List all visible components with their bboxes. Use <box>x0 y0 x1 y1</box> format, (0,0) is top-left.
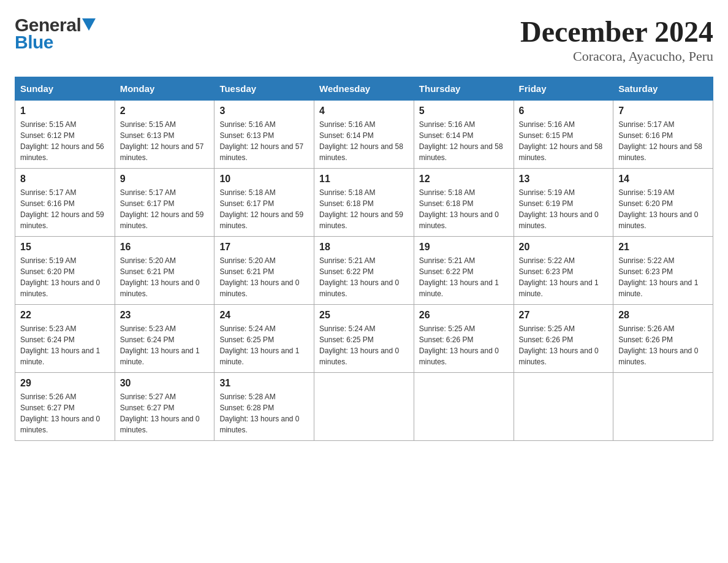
day-number: 24 <box>219 310 309 321</box>
day-info: Sunrise: 5:20 AMSunset: 6:21 PMDaylight:… <box>219 255 309 299</box>
day-info: Sunrise: 5:24 AMSunset: 6:25 PMDaylight:… <box>219 323 309 367</box>
day-number: 19 <box>419 242 509 253</box>
svg-marker-0 <box>82 18 96 31</box>
header-cell-tuesday: Tuesday <box>214 77 314 101</box>
day-number: 21 <box>618 242 708 253</box>
day-info: Sunrise: 5:16 AMSunset: 6:14 PMDaylight:… <box>319 119 409 163</box>
day-info: Sunrise: 5:18 AMSunset: 6:18 PMDaylight:… <box>419 187 509 231</box>
day-info: Sunrise: 5:18 AMSunset: 6:18 PMDaylight:… <box>319 187 409 231</box>
day-info: Sunrise: 5:27 AMSunset: 6:27 PMDaylight:… <box>120 391 210 435</box>
header-cell-monday: Monday <box>115 77 214 101</box>
day-info: Sunrise: 5:17 AMSunset: 6:17 PMDaylight:… <box>120 187 210 231</box>
day-info: Sunrise: 5:19 AMSunset: 6:20 PMDaylight:… <box>618 187 708 231</box>
calendar-cell: 20Sunrise: 5:22 AMSunset: 6:23 PMDayligh… <box>514 237 613 305</box>
day-info: Sunrise: 5:22 AMSunset: 6:23 PMDaylight:… <box>618 255 708 299</box>
day-info: Sunrise: 5:15 AMSunset: 6:12 PMDaylight:… <box>20 119 110 163</box>
logo-blue-text: Blue <box>15 32 53 53</box>
day-number: 2 <box>120 105 210 117</box>
calendar-cell: 23Sunrise: 5:23 AMSunset: 6:24 PMDayligh… <box>115 305 214 373</box>
calendar-cell: 17Sunrise: 5:20 AMSunset: 6:21 PMDayligh… <box>214 237 314 305</box>
calendar-cell <box>414 373 514 441</box>
logo-arrow-icon <box>82 18 96 31</box>
day-info: Sunrise: 5:25 AMSunset: 6:26 PMDaylight:… <box>419 323 509 367</box>
day-info: Sunrise: 5:16 AMSunset: 6:15 PMDaylight:… <box>519 119 609 163</box>
day-number: 22 <box>20 310 110 321</box>
calendar-cell: 10Sunrise: 5:18 AMSunset: 6:17 PMDayligh… <box>214 169 314 237</box>
day-number: 12 <box>419 174 509 185</box>
calendar-cell: 21Sunrise: 5:22 AMSunset: 6:23 PMDayligh… <box>613 237 713 305</box>
day-number: 9 <box>120 174 210 185</box>
day-info: Sunrise: 5:23 AMSunset: 6:24 PMDaylight:… <box>20 323 110 367</box>
calendar-table: SundayMondayTuesdayWednesdayThursdayFrid… <box>15 77 713 441</box>
calendar-cell: 25Sunrise: 5:24 AMSunset: 6:25 PMDayligh… <box>314 305 414 373</box>
header-cell-wednesday: Wednesday <box>314 77 414 101</box>
day-number: 15 <box>20 242 110 253</box>
day-number: 1 <box>20 105 110 117</box>
day-number: 6 <box>519 105 609 117</box>
calendar-cell: 27Sunrise: 5:25 AMSunset: 6:26 PMDayligh… <box>514 305 613 373</box>
title-section: December 2024 Coracora, Ayacucho, Peru <box>520 15 713 64</box>
day-number: 4 <box>319 105 409 117</box>
calendar-cell: 2Sunrise: 5:15 AMSunset: 6:13 PMDaylight… <box>115 101 214 169</box>
day-number: 26 <box>419 310 509 321</box>
calendar-cell: 9Sunrise: 5:17 AMSunset: 6:17 PMDaylight… <box>115 169 214 237</box>
day-number: 5 <box>419 105 509 117</box>
month-title: December 2024 <box>520 15 713 48</box>
day-number: 30 <box>120 378 210 389</box>
day-info: Sunrise: 5:19 AMSunset: 6:20 PMDaylight:… <box>20 255 110 299</box>
day-number: 20 <box>519 242 609 253</box>
day-number: 8 <box>20 174 110 185</box>
day-info: Sunrise: 5:28 AMSunset: 6:28 PMDaylight:… <box>219 391 309 435</box>
calendar-cell: 1Sunrise: 5:15 AMSunset: 6:12 PMDaylight… <box>15 101 115 169</box>
day-number: 13 <box>519 174 609 185</box>
calendar-cell: 12Sunrise: 5:18 AMSunset: 6:18 PMDayligh… <box>414 169 514 237</box>
logo: General Blue <box>15 15 96 53</box>
calendar-cell: 15Sunrise: 5:19 AMSunset: 6:20 PMDayligh… <box>15 237 115 305</box>
calendar-cell: 6Sunrise: 5:16 AMSunset: 6:15 PMDaylight… <box>514 101 613 169</box>
day-info: Sunrise: 5:15 AMSunset: 6:13 PMDaylight:… <box>120 119 210 163</box>
calendar-cell: 16Sunrise: 5:20 AMSunset: 6:21 PMDayligh… <box>115 237 214 305</box>
day-info: Sunrise: 5:21 AMSunset: 6:22 PMDaylight:… <box>419 255 509 299</box>
day-number: 3 <box>219 105 309 117</box>
day-info: Sunrise: 5:25 AMSunset: 6:26 PMDaylight:… <box>519 323 609 367</box>
calendar-cell: 8Sunrise: 5:17 AMSunset: 6:16 PMDaylight… <box>15 169 115 237</box>
calendar-cell: 31Sunrise: 5:28 AMSunset: 6:28 PMDayligh… <box>214 373 314 441</box>
calendar-cell: 3Sunrise: 5:16 AMSunset: 6:13 PMDaylight… <box>214 101 314 169</box>
header-cell-friday: Friday <box>514 77 613 101</box>
day-info: Sunrise: 5:17 AMSunset: 6:16 PMDaylight:… <box>618 119 708 163</box>
day-info: Sunrise: 5:19 AMSunset: 6:19 PMDaylight:… <box>519 187 609 231</box>
day-info: Sunrise: 5:20 AMSunset: 6:21 PMDaylight:… <box>120 255 210 299</box>
day-number: 14 <box>618 174 708 185</box>
header-cell-saturday: Saturday <box>613 77 713 101</box>
location-subtitle: Coracora, Ayacucho, Peru <box>520 48 713 64</box>
header-cell-sunday: Sunday <box>15 77 115 101</box>
calendar-cell: 4Sunrise: 5:16 AMSunset: 6:14 PMDaylight… <box>314 101 414 169</box>
day-number: 17 <box>219 242 309 253</box>
day-info: Sunrise: 5:26 AMSunset: 6:27 PMDaylight:… <box>20 391 110 435</box>
day-number: 16 <box>120 242 210 253</box>
day-number: 10 <box>219 174 309 185</box>
page-header: General Blue December 2024 Coracora, Aya… <box>15 15 713 64</box>
header-cell-thursday: Thursday <box>414 77 514 101</box>
day-number: 27 <box>519 310 609 321</box>
calendar-cell: 18Sunrise: 5:21 AMSunset: 6:22 PMDayligh… <box>314 237 414 305</box>
calendar-cell <box>514 373 613 441</box>
calendar-cell: 24Sunrise: 5:24 AMSunset: 6:25 PMDayligh… <box>214 305 314 373</box>
calendar-cell: 26Sunrise: 5:25 AMSunset: 6:26 PMDayligh… <box>414 305 514 373</box>
calendar-cell: 7Sunrise: 5:17 AMSunset: 6:16 PMDaylight… <box>613 101 713 169</box>
calendar-header: SundayMondayTuesdayWednesdayThursdayFrid… <box>15 77 713 101</box>
week-row-5: 29Sunrise: 5:26 AMSunset: 6:27 PMDayligh… <box>15 373 713 441</box>
day-number: 23 <box>120 310 210 321</box>
calendar-cell <box>613 373 713 441</box>
day-number: 11 <box>319 174 409 185</box>
calendar-cell: 22Sunrise: 5:23 AMSunset: 6:24 PMDayligh… <box>15 305 115 373</box>
calendar-cell: 11Sunrise: 5:18 AMSunset: 6:18 PMDayligh… <box>314 169 414 237</box>
day-number: 18 <box>319 242 409 253</box>
calendar-cell <box>314 373 414 441</box>
day-number: 31 <box>219 378 309 389</box>
day-info: Sunrise: 5:17 AMSunset: 6:16 PMDaylight:… <box>20 187 110 231</box>
day-number: 28 <box>618 310 708 321</box>
header-row: SundayMondayTuesdayWednesdayThursdayFrid… <box>15 77 713 101</box>
week-row-1: 1Sunrise: 5:15 AMSunset: 6:12 PMDaylight… <box>15 101 713 169</box>
calendar-cell: 5Sunrise: 5:16 AMSunset: 6:14 PMDaylight… <box>414 101 514 169</box>
